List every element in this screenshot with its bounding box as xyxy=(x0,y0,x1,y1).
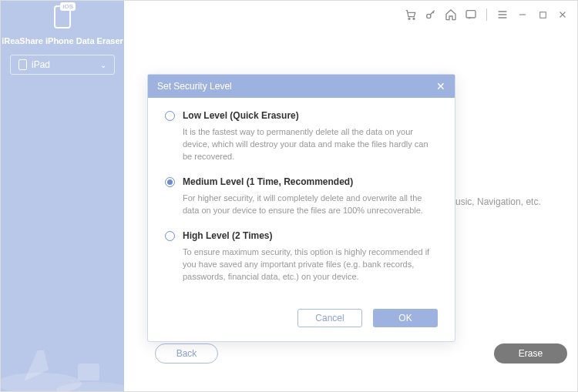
chevron-down-icon: ⌄ xyxy=(100,61,106,69)
key-icon[interactable] xyxy=(424,8,438,22)
minimize-icon[interactable] xyxy=(516,8,529,22)
modal-header: Set Security Level ✕ xyxy=(148,75,455,98)
svg-rect-6 xyxy=(466,11,476,18)
ios-badge: iOS xyxy=(60,2,76,11)
level-medium-option[interactable]: Medium Level (1 Time, Recommended) xyxy=(165,176,438,187)
erase-button[interactable]: Erase xyxy=(494,343,567,364)
divider xyxy=(486,8,487,21)
menu-icon[interactable] xyxy=(496,8,509,22)
erase-label: Erase xyxy=(519,348,543,359)
level-medium-title: Medium Level (1 Time, Recommended) xyxy=(183,176,353,187)
radio-icon xyxy=(165,111,175,121)
close-icon[interactable] xyxy=(556,8,570,22)
modal-body: Low Level (Quick Erasure) It is the fast… xyxy=(148,98,455,301)
feedback-icon[interactable] xyxy=(464,8,478,22)
level-high-desc: To ensure maximum security, this option … xyxy=(165,246,438,283)
back-button[interactable]: Back xyxy=(155,343,218,364)
svg-rect-7 xyxy=(539,12,546,18)
level-high-row: High Level (2 Times) To ensure maximum s… xyxy=(165,230,438,283)
level-low-option[interactable]: Low Level (Quick Erasure) xyxy=(165,110,438,121)
app-title: iReaShare iPhone Data Eraser xyxy=(1,36,124,45)
security-level-modal: Set Security Level ✕ Low Level (Quick Er… xyxy=(147,74,455,342)
ok-label: OK xyxy=(398,313,412,323)
footer-buttons: Back Erase xyxy=(155,343,567,364)
back-label: Back xyxy=(176,348,197,359)
device-label: iPad xyxy=(32,59,50,70)
svg-point-4 xyxy=(413,18,415,19)
home-icon[interactable] xyxy=(444,8,458,22)
device-selector[interactable]: iPad ⌄ xyxy=(10,55,115,75)
level-low-row: Low Level (Quick Erasure) It is the fast… xyxy=(165,110,438,162)
svg-rect-2 xyxy=(78,364,99,380)
cancel-button[interactable]: Cancel xyxy=(297,309,362,327)
cart-icon[interactable] xyxy=(404,8,418,22)
sidebar-decor xyxy=(1,316,124,392)
modal-footer: Cancel OK xyxy=(148,301,455,341)
tablet-icon xyxy=(18,59,27,70)
maximize-icon[interactable] xyxy=(536,8,549,22)
level-low-desc: It is the fastest way to permanently del… xyxy=(165,126,438,162)
level-medium-desc: For higher security, it will completely … xyxy=(165,192,438,216)
sidebar: iOS iReaShare iPhone Data Eraser iPad ⌄ xyxy=(1,1,124,392)
cancel-label: Cancel xyxy=(315,313,344,323)
modal-title: Set Security Level xyxy=(157,81,232,92)
svg-point-5 xyxy=(427,14,431,18)
modal-close-icon[interactable]: ✕ xyxy=(436,80,445,92)
level-high-title: High Level (2 Times) xyxy=(183,230,272,241)
level-low-title: Low Level (Quick Erasure) xyxy=(183,110,299,121)
ok-button[interactable]: OK xyxy=(373,309,438,327)
radio-icon xyxy=(165,231,175,241)
app-logo-area: iOS iReaShare iPhone Data Eraser xyxy=(1,1,124,45)
radio-icon-selected xyxy=(165,177,175,187)
level-high-option[interactable]: High Level (2 Times) xyxy=(165,230,438,241)
phone-icon: iOS xyxy=(54,5,71,28)
level-medium-row: Medium Level (1 Time, Recommended) For h… xyxy=(165,176,438,216)
svg-point-3 xyxy=(408,18,410,19)
